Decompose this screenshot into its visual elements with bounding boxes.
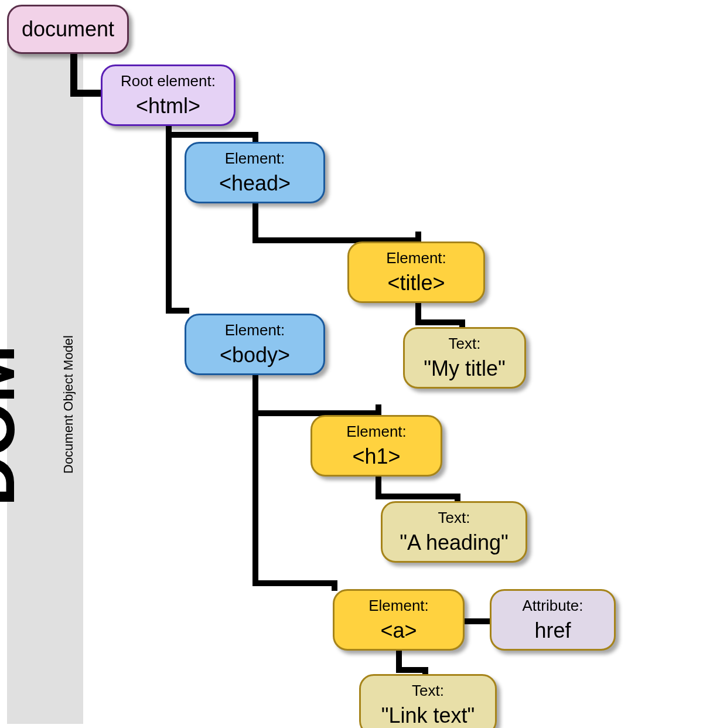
node-value: <html>	[113, 94, 223, 118]
connector	[252, 410, 258, 586]
node-type: Text:	[393, 509, 515, 527]
node-document: document	[7, 5, 129, 54]
connector	[463, 618, 492, 624]
node-title: Element: <title>	[347, 241, 485, 303]
node-type: Element:	[323, 423, 430, 441]
node-type: Text:	[371, 682, 484, 700]
connector	[166, 132, 172, 314]
node-type: Root element:	[113, 72, 223, 90]
node-h1-text: Text: "A heading"	[381, 501, 527, 563]
node-value: "Link text"	[371, 703, 484, 728]
node-value: <head>	[197, 171, 313, 196]
connector	[332, 580, 337, 591]
node-value: "My title"	[415, 356, 514, 381]
node-type: Text:	[415, 335, 514, 353]
sidebar: DOM Document Object Model	[7, 44, 83, 724]
node-type: Element:	[345, 597, 452, 615]
node-value: href	[502, 618, 603, 643]
connector	[166, 308, 189, 314]
connector	[252, 580, 337, 586]
dom-full-name: Document Object Model	[61, 335, 76, 474]
node-body: Element: <body>	[185, 314, 325, 375]
connector	[70, 90, 105, 97]
node-label: document	[22, 17, 114, 41]
node-type: Element:	[197, 149, 313, 168]
node-type: Element:	[197, 321, 313, 339]
node-value: <a>	[345, 618, 452, 643]
node-value: <body>	[197, 343, 313, 368]
node-value: "A heading"	[393, 530, 515, 555]
node-head: Element: <head>	[185, 142, 325, 203]
node-html-root: Root element: <html>	[101, 64, 236, 126]
node-h1: Element: <h1>	[310, 415, 442, 477]
node-a-text: Text: "Link text"	[359, 674, 497, 728]
node-type: Attribute:	[502, 597, 603, 615]
dom-acronym: DOM	[0, 346, 30, 506]
node-href: Attribute: href	[490, 589, 616, 651]
node-a: Element: <a>	[333, 589, 465, 651]
node-title-text: Text: "My title"	[403, 327, 526, 389]
connector	[376, 404, 381, 416]
connector	[415, 319, 465, 325]
node-type: Element:	[360, 249, 473, 267]
node-value: <h1>	[323, 444, 430, 469]
connector	[166, 132, 258, 138]
node-value: <title>	[360, 271, 473, 295]
connector	[376, 494, 460, 499]
